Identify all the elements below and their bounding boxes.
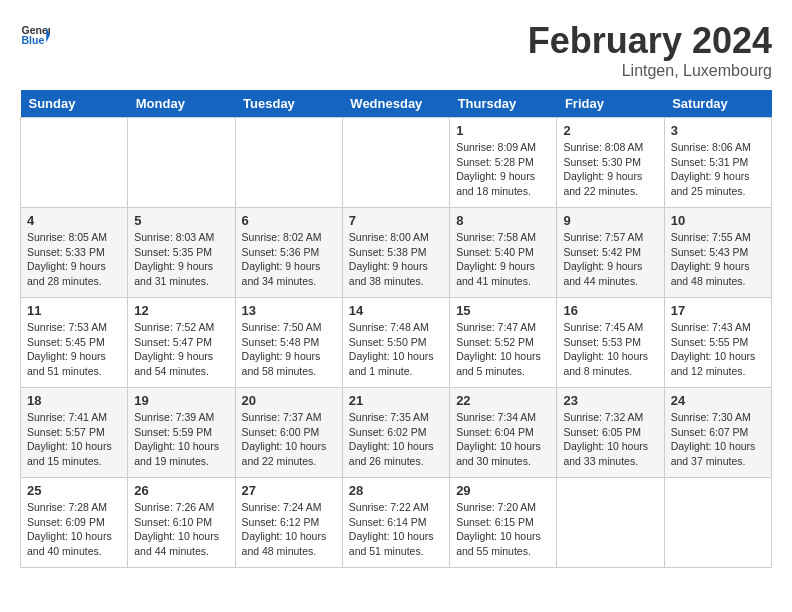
calendar-week-row: 18Sunrise: 7:41 AM Sunset: 5:57 PM Dayli… <box>21 388 772 478</box>
table-row: 23Sunrise: 7:32 AM Sunset: 6:05 PM Dayli… <box>557 388 664 478</box>
header-tuesday: Tuesday <box>235 90 342 118</box>
calendar-week-row: 4Sunrise: 8:05 AM Sunset: 5:33 PM Daylig… <box>21 208 772 298</box>
day-number: 1 <box>456 123 550 138</box>
day-info: Sunrise: 7:24 AM Sunset: 6:12 PM Dayligh… <box>242 500 336 559</box>
table-row: 4Sunrise: 8:05 AM Sunset: 5:33 PM Daylig… <box>21 208 128 298</box>
day-info: Sunrise: 8:09 AM Sunset: 5:28 PM Dayligh… <box>456 140 550 199</box>
day-info: Sunrise: 7:50 AM Sunset: 5:48 PM Dayligh… <box>242 320 336 379</box>
day-number: 24 <box>671 393 765 408</box>
calendar-week-row: 1Sunrise: 8:09 AM Sunset: 5:28 PM Daylig… <box>21 118 772 208</box>
table-row: 7Sunrise: 8:00 AM Sunset: 5:38 PM Daylig… <box>342 208 449 298</box>
table-row: 12Sunrise: 7:52 AM Sunset: 5:47 PM Dayli… <box>128 298 235 388</box>
day-number: 7 <box>349 213 443 228</box>
month-year-title: February 2024 <box>528 20 772 62</box>
table-row: 22Sunrise: 7:34 AM Sunset: 6:04 PM Dayli… <box>450 388 557 478</box>
day-info: Sunrise: 8:02 AM Sunset: 5:36 PM Dayligh… <box>242 230 336 289</box>
table-row: 18Sunrise: 7:41 AM Sunset: 5:57 PM Dayli… <box>21 388 128 478</box>
day-number: 12 <box>134 303 228 318</box>
table-row: 1Sunrise: 8:09 AM Sunset: 5:28 PM Daylig… <box>450 118 557 208</box>
table-row: 28Sunrise: 7:22 AM Sunset: 6:14 PM Dayli… <box>342 478 449 568</box>
day-number: 10 <box>671 213 765 228</box>
day-info: Sunrise: 8:00 AM Sunset: 5:38 PM Dayligh… <box>349 230 443 289</box>
day-info: Sunrise: 7:57 AM Sunset: 5:42 PM Dayligh… <box>563 230 657 289</box>
header-saturday: Saturday <box>664 90 771 118</box>
location-subtitle: Lintgen, Luxembourg <box>528 62 772 80</box>
day-number: 22 <box>456 393 550 408</box>
calendar-table: Sunday Monday Tuesday Wednesday Thursday… <box>20 90 772 568</box>
day-info: Sunrise: 7:43 AM Sunset: 5:55 PM Dayligh… <box>671 320 765 379</box>
title-area: February 2024 Lintgen, Luxembourg <box>528 20 772 80</box>
table-row <box>128 118 235 208</box>
table-row: 29Sunrise: 7:20 AM Sunset: 6:15 PM Dayli… <box>450 478 557 568</box>
day-info: Sunrise: 7:20 AM Sunset: 6:15 PM Dayligh… <box>456 500 550 559</box>
day-number: 18 <box>27 393 121 408</box>
day-info: Sunrise: 7:26 AM Sunset: 6:10 PM Dayligh… <box>134 500 228 559</box>
day-info: Sunrise: 7:32 AM Sunset: 6:05 PM Dayligh… <box>563 410 657 469</box>
calendar-week-row: 25Sunrise: 7:28 AM Sunset: 6:09 PM Dayli… <box>21 478 772 568</box>
table-row: 8Sunrise: 7:58 AM Sunset: 5:40 PM Daylig… <box>450 208 557 298</box>
table-row <box>235 118 342 208</box>
day-info: Sunrise: 7:53 AM Sunset: 5:45 PM Dayligh… <box>27 320 121 379</box>
table-row: 6Sunrise: 8:02 AM Sunset: 5:36 PM Daylig… <box>235 208 342 298</box>
table-row: 9Sunrise: 7:57 AM Sunset: 5:42 PM Daylig… <box>557 208 664 298</box>
day-info: Sunrise: 7:35 AM Sunset: 6:02 PM Dayligh… <box>349 410 443 469</box>
table-row: 17Sunrise: 7:43 AM Sunset: 5:55 PM Dayli… <box>664 298 771 388</box>
table-row: 10Sunrise: 7:55 AM Sunset: 5:43 PM Dayli… <box>664 208 771 298</box>
day-number: 11 <box>27 303 121 318</box>
day-number: 13 <box>242 303 336 318</box>
day-info: Sunrise: 8:05 AM Sunset: 5:33 PM Dayligh… <box>27 230 121 289</box>
day-info: Sunrise: 7:39 AM Sunset: 5:59 PM Dayligh… <box>134 410 228 469</box>
day-info: Sunrise: 7:28 AM Sunset: 6:09 PM Dayligh… <box>27 500 121 559</box>
table-row <box>664 478 771 568</box>
table-row: 15Sunrise: 7:47 AM Sunset: 5:52 PM Dayli… <box>450 298 557 388</box>
day-number: 20 <box>242 393 336 408</box>
day-number: 26 <box>134 483 228 498</box>
table-row: 14Sunrise: 7:48 AM Sunset: 5:50 PM Dayli… <box>342 298 449 388</box>
table-row: 24Sunrise: 7:30 AM Sunset: 6:07 PM Dayli… <box>664 388 771 478</box>
day-number: 9 <box>563 213 657 228</box>
day-number: 19 <box>134 393 228 408</box>
day-info: Sunrise: 7:34 AM Sunset: 6:04 PM Dayligh… <box>456 410 550 469</box>
table-row <box>21 118 128 208</box>
day-number: 14 <box>349 303 443 318</box>
day-number: 28 <box>349 483 443 498</box>
day-info: Sunrise: 7:47 AM Sunset: 5:52 PM Dayligh… <box>456 320 550 379</box>
day-number: 5 <box>134 213 228 228</box>
day-number: 25 <box>27 483 121 498</box>
header-wednesday: Wednesday <box>342 90 449 118</box>
header: General Blue February 2024 Lintgen, Luxe… <box>20 20 772 80</box>
table-row: 27Sunrise: 7:24 AM Sunset: 6:12 PM Dayli… <box>235 478 342 568</box>
table-row: 2Sunrise: 8:08 AM Sunset: 5:30 PM Daylig… <box>557 118 664 208</box>
day-number: 15 <box>456 303 550 318</box>
day-number: 21 <box>349 393 443 408</box>
calendar-header-row: Sunday Monday Tuesday Wednesday Thursday… <box>21 90 772 118</box>
day-number: 23 <box>563 393 657 408</box>
day-number: 16 <box>563 303 657 318</box>
header-monday: Monday <box>128 90 235 118</box>
day-number: 4 <box>27 213 121 228</box>
day-info: Sunrise: 7:48 AM Sunset: 5:50 PM Dayligh… <box>349 320 443 379</box>
day-info: Sunrise: 7:37 AM Sunset: 6:00 PM Dayligh… <box>242 410 336 469</box>
table-row <box>342 118 449 208</box>
svg-text:Blue: Blue <box>22 34 45 46</box>
day-number: 8 <box>456 213 550 228</box>
table-row: 19Sunrise: 7:39 AM Sunset: 5:59 PM Dayli… <box>128 388 235 478</box>
table-row: 3Sunrise: 8:06 AM Sunset: 5:31 PM Daylig… <box>664 118 771 208</box>
table-row: 26Sunrise: 7:26 AM Sunset: 6:10 PM Dayli… <box>128 478 235 568</box>
day-info: Sunrise: 7:55 AM Sunset: 5:43 PM Dayligh… <box>671 230 765 289</box>
table-row: 20Sunrise: 7:37 AM Sunset: 6:00 PM Dayli… <box>235 388 342 478</box>
day-info: Sunrise: 8:03 AM Sunset: 5:35 PM Dayligh… <box>134 230 228 289</box>
header-sunday: Sunday <box>21 90 128 118</box>
table-row: 25Sunrise: 7:28 AM Sunset: 6:09 PM Dayli… <box>21 478 128 568</box>
calendar-week-row: 11Sunrise: 7:53 AM Sunset: 5:45 PM Dayli… <box>21 298 772 388</box>
table-row: 16Sunrise: 7:45 AM Sunset: 5:53 PM Dayli… <box>557 298 664 388</box>
table-row <box>557 478 664 568</box>
day-number: 6 <box>242 213 336 228</box>
day-number: 29 <box>456 483 550 498</box>
day-info: Sunrise: 7:58 AM Sunset: 5:40 PM Dayligh… <box>456 230 550 289</box>
day-number: 3 <box>671 123 765 138</box>
day-info: Sunrise: 7:41 AM Sunset: 5:57 PM Dayligh… <box>27 410 121 469</box>
day-info: Sunrise: 7:30 AM Sunset: 6:07 PM Dayligh… <box>671 410 765 469</box>
day-info: Sunrise: 7:45 AM Sunset: 5:53 PM Dayligh… <box>563 320 657 379</box>
logo: General Blue <box>20 20 50 50</box>
